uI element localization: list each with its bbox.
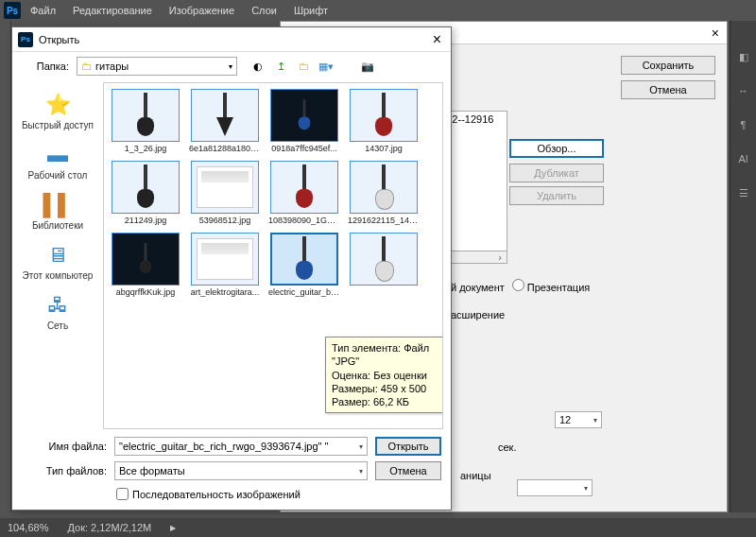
place-item[interactable]: ▬Рабочий стол	[15, 138, 100, 184]
thumb-caption: 14307.jpg	[365, 144, 403, 153]
place-item[interactable]: ▌▌Библиотеки	[15, 188, 100, 234]
menu-layers[interactable]: Слои	[244, 3, 284, 18]
file-thumb[interactable]: 53968512.jpg	[189, 161, 261, 225]
pages-label: аницы	[460, 470, 491, 481]
view-icon[interactable]: ▦▾	[318, 59, 334, 74]
file-thumb[interactable]	[348, 233, 420, 297]
thumb-caption: abgqrffkKuk.jpg	[116, 287, 175, 297]
ps-icon: Ps	[18, 32, 33, 47]
file-thumb[interactable]: 0918a7ffc945ef...	[268, 89, 340, 153]
thumb-caption: 53968512.jpg	[199, 216, 251, 225]
file-thumb[interactable]: 6e1a81288a18034...	[189, 89, 261, 153]
panel-icon[interactable]: ¶	[736, 117, 751, 132]
save-button[interactable]: Сохранить	[621, 56, 715, 75]
place-item[interactable]: 🖥Этот компьютер	[15, 238, 100, 285]
menu-font[interactable]: Шрифт	[286, 3, 335, 18]
delete-button: Удалить	[509, 186, 604, 205]
thumb-caption: 1_3_26.jpg	[125, 144, 167, 153]
file-thumb[interactable]: 108398090_1GG.jpg	[268, 161, 340, 225]
place-label: Рабочий стол	[28, 170, 88, 181]
file-thumb[interactable]: 14307.jpg	[348, 89, 420, 153]
new-folder-icon[interactable]: 🗀	[296, 59, 311, 74]
menu-edit[interactable]: Редактирование	[65, 3, 160, 18]
panel-icon[interactable]: Al	[736, 151, 751, 166]
tooltip: Тип элемента: Файл "JPG" Оценка: Без оце…	[325, 337, 443, 413]
duplicate-button: Дубликат	[509, 164, 604, 182]
file-thumb[interactable]: 1_3_26.jpg	[110, 89, 181, 153]
file-thumb[interactable]: 211249.jpg	[110, 161, 181, 225]
panel-icon[interactable]: ☰	[736, 185, 751, 200]
back-icon[interactable]: ◐	[250, 59, 266, 74]
place-label: Библиотеки	[32, 220, 83, 231]
cancel-button[interactable]: Отмена	[621, 80, 715, 99]
place-label: Этот компьютер	[23, 270, 94, 281]
ps-logo: Ps	[4, 2, 21, 19]
place-icon: ⭐	[43, 92, 73, 118]
menu-image[interactable]: Изображение	[162, 3, 242, 18]
thumb-caption: 108398090_1GG.jpg	[268, 216, 340, 225]
place-icon: ▬	[43, 142, 73, 168]
menu-file[interactable]: Файл	[23, 3, 63, 18]
place-label: Сеть	[47, 320, 68, 331]
place-item[interactable]: ⭐Быстрый доступ	[15, 88, 100, 134]
filetype-combo[interactable]: Все форматы▾	[114, 461, 368, 480]
folder-combo[interactable]: 🗀гитары ▾	[77, 57, 237, 76]
file-thumb[interactable]: electric_guitar_bc_rich_rwgo...	[268, 233, 340, 297]
places-sidebar: ⭐Быстрый доступ▬Рабочий стол▌▌Библиотеки…	[12, 80, 103, 431]
panel-icon[interactable]: ↔	[736, 83, 751, 98]
file-thumb[interactable]: abgqrffkKuk.jpg	[110, 233, 181, 297]
file-thumb[interactable]: art_elektrogitara...	[189, 233, 261, 297]
browse-button[interactable]: Обзор...	[509, 139, 604, 158]
ext-label: асширение	[451, 309, 505, 320]
filename-label: Имя файла:	[22, 441, 107, 452]
doc-size: Док: 2,12M/2,12M	[67, 522, 151, 533]
open-titlebar: PsОткрыть ×	[12, 27, 451, 52]
thumb-caption: electric_guitar_bc_rich_rwgo...	[268, 287, 340, 297]
size-combo[interactable]: 12▾	[555, 411, 602, 428]
thumb-caption: art_elektrogitara...	[191, 287, 260, 297]
up-icon[interactable]: ↥	[273, 59, 288, 74]
place-icon: 🖥	[43, 242, 73, 268]
open-button[interactable]: Открыть	[375, 437, 441, 456]
thumb-caption: 211249.jpg	[125, 216, 167, 225]
close-icon[interactable]: ×	[429, 31, 445, 48]
zoom-level[interactable]: 104,68%	[8, 522, 48, 533]
sequence-checkbox[interactable]: Последовательность изображений	[116, 488, 441, 500]
place-label: Быстрый доступ	[22, 120, 94, 130]
thumb-caption: 1291622115_1443...	[348, 216, 420, 225]
menubar: Ps Файл Редактирование Изображение Слои …	[0, 0, 756, 21]
folder-label: Папка:	[22, 61, 69, 72]
file-grid[interactable]: 1_3_26.jpg6e1a81288a18034...0918a7ffc945…	[103, 82, 443, 429]
filetype-label: Тип файлов:	[22, 465, 107, 476]
bottom-combo[interactable]: ▾	[517, 479, 593, 496]
close-icon[interactable]: ×	[712, 26, 719, 41]
folder-icon: 🗀	[81, 61, 92, 72]
place-icon: ▌▌	[43, 192, 73, 218]
open-title-text: Открыть	[39, 34, 79, 45]
right-panel: ◧ ↔ ¶ Al ☰	[730, 21, 756, 512]
panel-icon[interactable]: ◧	[736, 49, 751, 64]
status-bar: 104,68% Док: 2,12M/2,12M ▶	[0, 518, 756, 537]
tool-strip	[0, 21, 11, 512]
place-icon: 🖧	[43, 292, 73, 319]
file-thumb[interactable]: 1291622115_1443...	[348, 161, 420, 225]
filename-input[interactable]: "electric_guitar_bc_rich_rwgo_9393674.jp…	[114, 437, 368, 456]
place-item[interactable]: 🖧Сеть	[15, 288, 100, 335]
thumb-caption: 0918a7ffc945ef...	[271, 144, 336, 153]
cancel-button[interactable]: Отмена	[375, 461, 441, 480]
presentation-radio[interactable]: Презентация	[512, 279, 590, 293]
open-dialog: PsОткрыть × Папка: 🗀гитары ▾ ◐ ↥ 🗀 ▦▾ 📷 …	[11, 26, 452, 511]
camera-icon[interactable]: 📷	[360, 59, 375, 74]
thumb-caption: 6e1a81288a18034...	[189, 144, 261, 153]
sec-label: сек.	[498, 442, 517, 453]
open-toolbar: Папка: 🗀гитары ▾ ◐ ↥ 🗀 ▦▾ 📷	[12, 52, 451, 80]
